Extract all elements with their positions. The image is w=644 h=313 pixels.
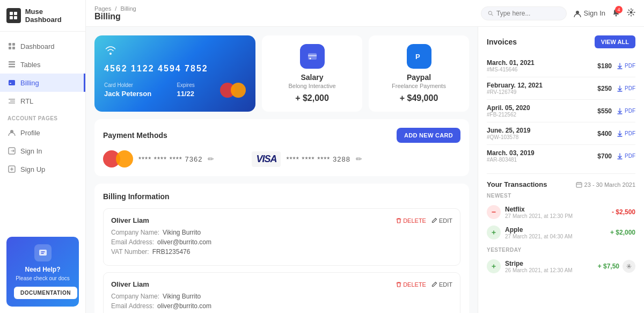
svg-rect-15	[10, 101, 15, 102]
sidebar-item-tables[interactable]: Tables	[0, 55, 85, 74]
billing-company-1: Company Name: Viking Burrito	[111, 229, 452, 236]
invoice-amount-0: $180	[597, 62, 612, 70]
page-title: Billing	[94, 12, 136, 21]
mastercard-payment: **** **** **** 7362 ✏	[103, 150, 214, 168]
mc-orange	[116, 150, 133, 168]
invoices-list: March. 01, 2021 #MS-415646 $180 PDF	[487, 55, 635, 167]
search-box[interactable]	[481, 6, 567, 20]
invoice-right-0: $180 PDF	[597, 62, 635, 70]
edit-icon	[431, 217, 437, 223]
download-icon	[617, 63, 623, 69]
sidebar-item-billing[interactable]: Billing	[0, 74, 85, 92]
signin-icon	[8, 147, 16, 155]
billing-edit-2-button[interactable]: EDIT	[431, 281, 452, 288]
paypal-amount: + $49,000	[400, 93, 438, 103]
invoice-amount-3: $400	[597, 130, 612, 137]
billing-email-2: Email Address: oliver@burrito.com	[111, 302, 452, 310]
card-holder-name: Jack Peterson	[104, 90, 151, 98]
svg-point-27	[309, 58, 311, 60]
breadcrumb-current: Billing	[120, 5, 136, 12]
profile-icon	[8, 128, 16, 137]
sidebar-item-signin[interactable]: Sign In	[0, 142, 85, 160]
add-new-card-button[interactable]: ADD NEW CARD	[397, 128, 460, 143]
invoice-date-2: April. 05, 2020	[487, 104, 530, 112]
trash-icon	[396, 217, 401, 224]
svg-rect-1	[14, 12, 17, 15]
sidebar-item-profile[interactable]: Profile	[0, 123, 85, 142]
rtl-icon	[8, 97, 16, 105]
mastercard-digits: **** **** **** 7362	[138, 155, 202, 163]
billing-delete-1-button[interactable]: DELETE	[396, 217, 426, 224]
invoice-right-2: $550 PDF	[597, 107, 635, 115]
card-expires-value: 11/22	[177, 90, 194, 98]
topbar: Pages / Billing Billing Sign In 4	[86, 0, 644, 27]
invoice-pdf-3[interactable]: PDF	[617, 130, 635, 137]
billing-entry-2-actions: DELETE EDIT	[396, 281, 452, 288]
netflix-info: Netflix 27 March 2021, at 12:30 PM	[505, 206, 573, 219]
invoice-pdf-4[interactable]: PDF	[617, 153, 635, 159]
wifi-icon	[104, 45, 246, 56]
cards-row: 4562 1122 4594 7852 Card Holder Jack Pet…	[94, 35, 469, 112]
sidebar-label-tables: Tables	[20, 61, 41, 69]
invoice-id-0: #MS-415646	[487, 67, 535, 72]
svg-rect-6	[9, 47, 11, 49]
invoice-info-2: April. 05, 2020 #FB-212562	[487, 104, 530, 118]
sidebar-item-signup[interactable]: Sign Up	[0, 160, 85, 178]
stripe-circle	[487, 259, 501, 273]
sidebar-item-rtl[interactable]: RTL	[0, 92, 85, 110]
transactions-header: Your Transactions 23 - 30 March 2021	[487, 180, 635, 188]
billing-info-title: Billing Information	[103, 192, 170, 201]
invoice-pdf-0[interactable]: PDF	[617, 63, 635, 69]
view-all-button[interactable]: VIEW ALL	[595, 35, 635, 48]
payment-cards-row: **** **** **** 7362 ✏ VISA **** **** ***…	[103, 150, 460, 168]
visa-digits: **** **** **** 3288	[286, 155, 350, 163]
signup-icon	[8, 165, 16, 173]
sidebar-item-dashboard[interactable]: Dashboard	[0, 37, 85, 55]
billing-delete-2-button[interactable]: DELETE	[396, 281, 426, 288]
settings-button[interactable]	[627, 8, 635, 18]
search-icon	[488, 10, 494, 17]
billing-company-2: Company Name: Viking Burrito	[111, 293, 452, 300]
documentation-button[interactable]: DOCUMENTATION	[14, 287, 77, 299]
invoice-date-3: June. 25, 2019	[487, 127, 530, 134]
apple-time: 27 March 2021, at 04:30 AM	[505, 234, 573, 239]
account-section-label: ACCOUNT PAGES	[0, 110, 85, 123]
card-holder-section: Card Holder Jack Peterson	[104, 82, 151, 98]
invoice-pdf-1[interactable]: PDF	[617, 85, 635, 92]
transaction-stripe: Stripe 26 March 2021, at 12:30 AM + $7,5…	[487, 256, 635, 276]
billing-icon	[8, 78, 16, 87]
paypal-icon: P	[407, 44, 431, 69]
svg-rect-2	[10, 16, 13, 19]
search-input[interactable]	[496, 10, 559, 17]
download-icon-2	[617, 108, 623, 114]
visa-payment: VISA **** **** **** 3288 ✏	[252, 151, 362, 167]
stripe-settings-button[interactable]	[623, 260, 635, 273]
svg-rect-29	[576, 183, 582, 187]
credit-card: 4562 1122 4594 7852 Card Holder Jack Pet…	[94, 35, 255, 112]
email-1: oliver@burrito.com	[157, 238, 211, 246]
transaction-apple: Apple 27 March 2021, at 04:30 AM + $2,00…	[487, 222, 635, 243]
visa-logo: VISA	[252, 151, 281, 167]
mastercard-edit-button[interactable]: ✏	[208, 155, 214, 163]
stripe-right: + $7,50	[598, 260, 635, 273]
invoice-pdf-2[interactable]: PDF	[617, 108, 635, 114]
billing-entry-1: Oliver Liam DELETE EDIT	[103, 208, 460, 266]
plus-icon	[491, 230, 496, 235]
right-column: Invoices VIEW ALL March. 01, 2021 #MS-41…	[478, 27, 644, 313]
card-expires-label: Expires	[177, 82, 194, 88]
download-icon-3	[617, 130, 623, 137]
visa-edit-button[interactable]: ✏	[356, 155, 362, 163]
svg-rect-10	[9, 66, 15, 68]
notifications-button[interactable]: 4	[612, 8, 620, 18]
netflix-circle	[487, 205, 501, 219]
svg-rect-20	[39, 250, 47, 256]
billing-edit-1-button[interactable]: EDIT	[431, 217, 452, 224]
tables-icon	[8, 60, 16, 69]
edit-icon-2	[431, 281, 437, 287]
salary-card: Salary Belong Interactive + $2,000	[262, 35, 362, 112]
signin-button[interactable]: Sign In	[573, 9, 605, 18]
payment-methods-section: Payment Methods ADD NEW CARD **** **** *…	[94, 119, 469, 176]
sidebar-label-rtl: RTL	[20, 97, 33, 105]
signin-label: Sign In	[584, 9, 605, 17]
invoice-item-0: March. 01, 2021 #MS-415646 $180 PDF	[487, 55, 635, 77]
